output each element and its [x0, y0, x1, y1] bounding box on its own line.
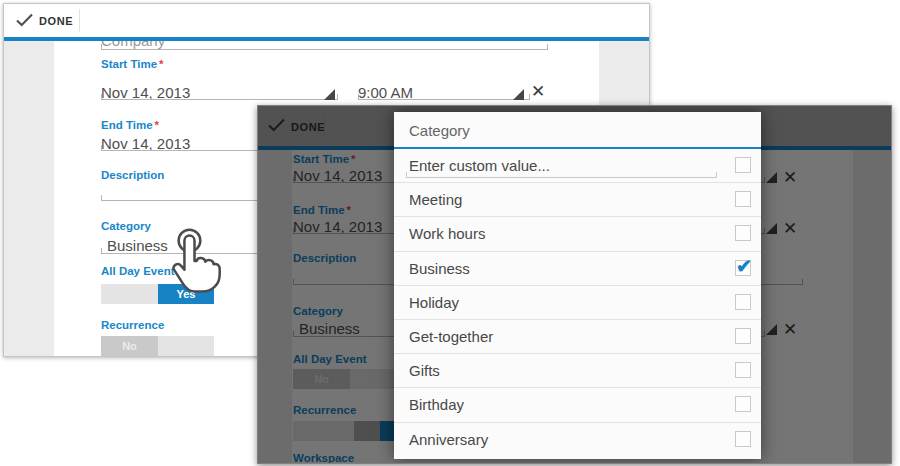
start-time-picker-triangle-icon[interactable]	[513, 89, 524, 100]
end-time-label: End Time*	[101, 119, 159, 131]
start-time-clear-icon[interactable]: ✕	[531, 83, 545, 100]
start-date-picker-triangle-icon[interactable]	[324, 89, 335, 100]
checkbox[interactable]: ✔	[735, 396, 751, 412]
start-time-underline	[358, 94, 530, 100]
category-option-business[interactable]: Business ✔	[394, 252, 761, 286]
tap-hand-icon	[167, 227, 229, 297]
category-option-get-together[interactable]: Get-together ✔	[394, 320, 761, 354]
category-option-gifts[interactable]: Gifts ✔	[394, 354, 761, 388]
dialog-header: Category	[394, 112, 761, 149]
description-label: Description	[101, 169, 164, 181]
custom-value-row: Enter custom value... ✔	[394, 149, 761, 183]
category-option-holiday[interactable]: Holiday ✔	[394, 286, 761, 320]
checkbox[interactable]: ✔	[735, 431, 751, 447]
recurrence-toggle-off[interactable]: No	[101, 336, 158, 356]
done-check-icon	[16, 13, 33, 31]
start-date-underline	[101, 94, 338, 100]
checkbox[interactable]: ✔	[735, 362, 751, 378]
left-toolbar: DONE	[4, 4, 649, 37]
all-day-toggle-track[interactable]	[101, 284, 158, 304]
category-option-anniversary[interactable]: Anniversary ✔	[394, 423, 761, 457]
start-time-label: Start Time*	[101, 58, 164, 70]
checkbox[interactable]: ✔	[735, 191, 751, 207]
toolbar-divider	[79, 9, 80, 32]
company-underline	[101, 44, 548, 50]
all-day-event-label: All Day Event	[101, 265, 175, 277]
category-option-meeting[interactable]: Meeting ✔	[394, 183, 761, 217]
category-dialog: Category Enter custom value... ✔ Meeting…	[394, 112, 761, 459]
custom-value-checkbox[interactable]: ✔	[735, 157, 751, 173]
recurrence-toggle[interactable]: No	[101, 336, 214, 356]
recurrence-toggle-track[interactable]	[158, 336, 214, 356]
category-option-birthday[interactable]: Birthday ✔	[394, 388, 761, 422]
recurrence-label: Recurrence	[101, 319, 164, 331]
custom-value-underline	[406, 172, 717, 178]
checkbox[interactable]: ✔	[735, 294, 751, 310]
checkbox[interactable]: ✔	[735, 328, 751, 344]
category-picker-screen: DONE Start Time* Nov 14, 2013 ✕ End Time…	[257, 105, 892, 464]
category-option-work-hours[interactable]: Work hours ✔	[394, 217, 761, 251]
dialog-title: Category	[409, 112, 470, 149]
category-label: Category	[101, 220, 151, 232]
checkbox[interactable]: ✔	[735, 225, 751, 241]
checkbox[interactable]: ✔	[735, 260, 751, 276]
done-button[interactable]: DONE	[39, 15, 73, 27]
left-margin-strip	[4, 41, 54, 356]
